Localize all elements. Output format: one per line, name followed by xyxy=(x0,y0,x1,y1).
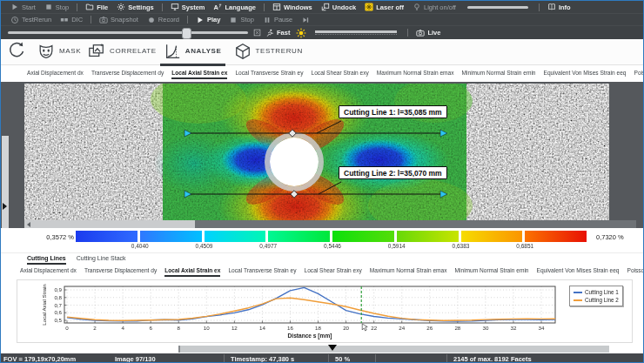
colorbar-tick-label: 0,4977 xyxy=(251,243,285,249)
tab-local-axial-strain-ex[interactable]: Local Axial Strain ex xyxy=(171,70,227,79)
horizontal-scrollbar[interactable] xyxy=(24,220,636,228)
cutting-line-chart[interactable]: 0,50,60,70,80,90246810121416182022242628… xyxy=(17,280,632,342)
status-image: Image 97/130 xyxy=(115,355,156,363)
tab-mask[interactable]: MASK xyxy=(34,38,84,66)
toolbar-button-settings[interactable]: Settings xyxy=(117,3,154,11)
tab-correlate[interactable]: CORRELATE xyxy=(84,38,160,66)
scroll-left-icon[interactable] xyxy=(27,222,30,227)
strain-map-viewport[interactable]: Cutting Line 1: l=35,085 mm Cutting Line… xyxy=(1,82,644,228)
left-panel-splitter[interactable] xyxy=(2,136,9,228)
strain-color-scale: 0,3572 % 0,7320 % 0,40400,45090,49770,54… xyxy=(1,228,643,252)
app-window: StartStopFileSettingsSystemALanguageWind… xyxy=(0,0,644,363)
tab-local-shear-strain-exy[interactable]: Local Shear Strain exy xyxy=(305,267,362,277)
status-bar: FOV = 179,19x70,20mm Image 97/130 Timest… xyxy=(1,353,643,363)
cutting-line-1-label[interactable]: Cutting Line 1: l=35,085 mm xyxy=(339,105,447,118)
evaluation-tabs: Cutting LinesCutting Line Stack xyxy=(1,252,643,265)
cutting-line-2-label[interactable]: Cutting Line 2: l=35,070 mm xyxy=(339,166,447,179)
tab-analyse[interactable]: ANALYSE xyxy=(160,38,225,66)
toolbar-button-stop[interactable]: Stop xyxy=(44,3,69,11)
toolbar-button-undock[interactable]: Undock xyxy=(321,3,357,11)
tab-transverse-displacement-dy[interactable]: Transverse Displacement dy xyxy=(84,267,157,277)
tab-minimum-normal-strain-emin[interactable]: Minimum Normal Strain emin xyxy=(462,70,536,79)
mask-icon xyxy=(37,43,55,60)
runner-icon xyxy=(265,29,274,37)
tab-local-axial-strain-ex[interactable]: Local Axial Strain ex xyxy=(164,267,220,277)
toolbar-button-record[interactable]: Record xyxy=(147,16,179,24)
toolbar-separator xyxy=(162,3,163,11)
toolbar-button-system[interactable]: System xyxy=(171,3,205,11)
frame-scrubber[interactable] xyxy=(1,343,643,353)
svg-text:14: 14 xyxy=(259,325,265,331)
expand-panel-icon[interactable] xyxy=(3,203,7,210)
tab-axial-displacement-dx[interactable]: Axial Displacement dx xyxy=(20,267,77,277)
toolbar-button-play[interactable]: Play xyxy=(196,16,220,24)
project-refresh-icon[interactable] xyxy=(6,40,27,64)
clock-icon xyxy=(10,16,19,24)
live-button[interactable]: Live xyxy=(416,29,440,37)
toolbar-button-pause[interactable]: Pause xyxy=(263,16,292,24)
frame-position-marker[interactable] xyxy=(328,345,337,351)
toolbar-button-file[interactable]: File xyxy=(85,3,108,11)
tab-minimum-normal-strain-emin[interactable]: Minimum Normal Strain emin xyxy=(455,267,529,277)
camera-icon xyxy=(99,16,108,24)
sequence-slider[interactable] xyxy=(8,31,248,34)
tab-equivalent-von-mises-strain-eeq[interactable]: Equivalent Von Mises Strain eeq xyxy=(544,70,627,79)
tab-axial-displacement-dx[interactable]: Axial Displacement dx xyxy=(27,70,84,79)
speckle-strain-image[interactable] xyxy=(24,84,609,220)
horizontal-scrollbar-thumb[interactable] xyxy=(195,220,636,228)
tab-cutting-lines[interactable]: Cutting Lines xyxy=(27,255,66,265)
tab-poissons-ratio-[interactable]: Poissons Ratio µ xyxy=(634,70,643,79)
tab-transverse-displacement-dy[interactable]: Transverse Displacement dy xyxy=(91,70,164,79)
toolbar-button-label: Light on/off xyxy=(424,3,456,11)
tab-testrerun[interactable]: TESTRERUN xyxy=(231,38,306,66)
toolbar-button-light-on-off[interactable]: Light on/off xyxy=(413,3,456,11)
toolbar-button-language[interactable]: ALanguage xyxy=(213,3,255,11)
brightness-slider[interactable] xyxy=(315,30,397,35)
tab-analyse-label: ANALYSE xyxy=(185,47,222,55)
toolbar-button-start[interactable]: Start xyxy=(10,3,36,11)
frame-scrubber-track[interactable] xyxy=(178,346,609,353)
result-tabs-bottom: Axial Displacement dxTransverse Displace… xyxy=(1,265,643,279)
play-icon xyxy=(10,3,19,11)
toolbar-button-step-icon[interactable] xyxy=(301,16,310,24)
toolbar-separator xyxy=(77,3,77,11)
toolbar-button-info[interactable]: Info xyxy=(547,3,571,11)
tab-local-transverse-strain-ey[interactable]: Local Transverse Strain ey xyxy=(228,267,296,277)
playback-speed-fast[interactable]: Fast xyxy=(265,29,290,37)
undock-icon xyxy=(321,3,330,11)
svg-text:22: 22 xyxy=(371,325,377,331)
svg-text:26: 26 xyxy=(426,325,433,331)
tab-poissons-ratio-[interactable]: Poissons Ratio µ xyxy=(627,267,643,277)
toolbar-button-laser-off[interactable]: Laser off xyxy=(365,3,404,11)
tab-local-shear-strain-exy[interactable]: Local Shear Strain exy xyxy=(312,70,369,79)
colorbar-tick-label: 0,5446 xyxy=(315,243,350,249)
colorbar-segment-5 xyxy=(332,231,394,242)
toolbar-button-label: System xyxy=(182,3,205,11)
tab-maximum-normal-strain-emax[interactable]: Maximum Normal Strain emax xyxy=(377,70,454,79)
toolbar-button-label: Stop xyxy=(240,16,253,24)
detach-icon[interactable] xyxy=(253,29,261,37)
cube-icon xyxy=(234,43,252,60)
colorbar-max-value: 0,7320 % xyxy=(596,233,624,241)
toolbar-separator xyxy=(264,3,265,11)
toolbar-button-snapshot[interactable]: Snapshot xyxy=(99,16,138,24)
legend-entry: Cutting Line 2 xyxy=(574,296,619,304)
tab-mask-label: MASK xyxy=(59,47,81,55)
windows-icon xyxy=(272,3,281,11)
toolbar-button-windows[interactable]: Windows xyxy=(272,3,312,11)
svg-text:0,6: 0,6 xyxy=(54,309,62,315)
svg-text:12: 12 xyxy=(231,325,238,331)
tab-maximum-normal-strain-emax[interactable]: Maximum Normal Strain emax xyxy=(370,267,447,277)
tab-local-transverse-strain-ey[interactable]: Local Transverse Strain ey xyxy=(235,70,303,79)
sun-icon[interactable] xyxy=(296,28,306,38)
gear-icon xyxy=(117,3,125,11)
tab-cutting-line-stack[interactable]: Cutting Line Stack xyxy=(77,255,126,265)
toolbar-button-stop[interactable]: Stop xyxy=(229,16,253,24)
cutting-line-chart-panel[interactable]: 0,50,60,70,80,90246810121416182022242628… xyxy=(17,279,633,343)
toolbar-button-testrerun[interactable]: TestRerun xyxy=(10,16,51,24)
light-slider[interactable] xyxy=(467,6,528,9)
toolbar-button-label: Record xyxy=(158,16,179,24)
toolbar-button-dic[interactable]: DIC xyxy=(60,16,83,24)
tab-equivalent-von-mises-strain-eeq[interactable]: Equivalent Von Mises Strain eeq xyxy=(537,267,620,277)
correlate-icon xyxy=(88,43,105,60)
